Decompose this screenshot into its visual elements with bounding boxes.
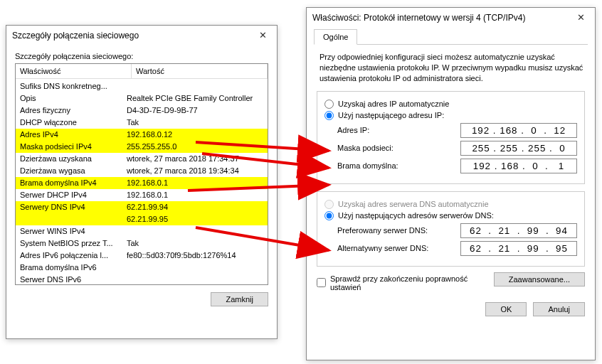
table-row[interactable]: OpisRealtek PCIe GBE Family Controller (16, 92, 268, 105)
table-row[interactable]: Adres fizycznyD4-3D-7E-D9-9B-77 (16, 105, 268, 117)
radio-ip-auto[interactable] (324, 100, 334, 109)
titlebar: Szczegóły połączenia sieciowego ✕ (6, 26, 277, 43)
details-list[interactable]: Właściwość Wartość Sufiks DNS konkretneg… (15, 63, 268, 285)
property-cell: Adres fizyczny (20, 105, 127, 117)
dns-group: Uzyskaj adres serwera DNS automatycznie … (317, 191, 585, 267)
table-row[interactable]: Adres IPv4192.168.0.12 (16, 129, 268, 141)
property-cell (20, 213, 127, 225)
table-row[interactable]: 62.21.99.95 (16, 213, 268, 225)
value-cell: 192.168.0.1 (127, 177, 263, 189)
property-cell: Serwery DNS IPv4 (20, 201, 127, 213)
titlebar: Właściwości: Protokół internetowy w wers… (307, 8, 595, 26)
validate-checkbox[interactable] (317, 278, 326, 287)
validate-label[interactable]: Sprawdź przy zakończeniu poprawność usta… (330, 274, 472, 291)
property-cell: Adres IPv4 (20, 129, 127, 141)
property-cell: Dzierżawa uzyskana (20, 153, 127, 165)
value-cell: Realtek PCIe GBE Family Controller (127, 92, 263, 105)
tabbar: Ogólne (314, 28, 588, 45)
table-row[interactable]: DHCP włączoneTak (16, 117, 268, 129)
property-cell: Serwer DHCP IPv4 (20, 189, 127, 201)
mask-label: Maska podsieci: (337, 144, 460, 152)
property-cell: Adres IPv6 połączenia l... (20, 250, 127, 262)
value-cell (127, 80, 263, 92)
ip-group: Uzyskaj adres IP automatycznie Użyj nast… (317, 91, 585, 184)
value-cell: wtorek, 27 marca 2018 19:34:34 (127, 165, 263, 177)
gateway-label: Brama domyślna: (337, 161, 460, 170)
dns2-label: Alternatywny serwer DNS: (337, 244, 460, 252)
value-cell: fe80::5d03:70f9:5bdb:1276%14 (127, 250, 263, 262)
value-cell: 192.168.0.1 (127, 189, 263, 201)
property-cell: System NetBIOS przez T... (20, 237, 127, 250)
table-row[interactable]: Serwer DNS IPv6 (16, 274, 268, 285)
table-row[interactable]: Dzierżawa uzyskanawtorek, 27 marca 2018 … (16, 153, 268, 165)
table-row[interactable]: Serwer WINS IPv4 (16, 225, 268, 237)
details-dialog: Szczegóły połączenia sieciowego ✕ Szczeg… (6, 25, 278, 339)
cancel-button[interactable]: Anuluj (533, 302, 585, 316)
ok-button[interactable]: OK (485, 302, 527, 316)
intro-text: Przy odpowiedniej konfiguracji sieci moż… (320, 52, 585, 84)
dialog-title: Szczegóły połączenia sieciowego (12, 31, 139, 41)
radio-dns-auto (324, 200, 334, 209)
dns1-label: Preferowany serwer DNS: (337, 226, 460, 235)
radio-ip-manual-label[interactable]: Użyj następującego adresu IP: (338, 111, 444, 119)
column-property[interactable]: Właściwość (16, 64, 132, 78)
property-cell: Sufiks DNS konkretneg... (20, 80, 127, 92)
property-cell: Serwer DNS IPv6 (20, 274, 127, 285)
ip-input[interactable] (460, 123, 577, 138)
dialog-title: Właściwości: Protokół internetowy w wers… (312, 13, 525, 23)
table-row[interactable]: Brama domyślna IPv4192.168.0.1 (16, 177, 268, 189)
value-cell: 255.255.255.0 (127, 141, 263, 153)
table-row[interactable]: System NetBIOS przez T...Tak (16, 237, 268, 250)
property-cell: Opis (20, 92, 127, 105)
radio-ip-auto-label[interactable]: Uzyskaj adres IP automatycznie (338, 100, 449, 108)
table-row[interactable]: Serwery DNS IPv462.21.99.94 (16, 201, 268, 213)
value-cell (127, 274, 263, 285)
close-button[interactable]: Zamknij (211, 292, 268, 306)
close-icon[interactable]: ✕ (255, 30, 271, 41)
table-row[interactable]: Dzierżawa wygasawtorek, 27 marca 2018 19… (16, 165, 268, 177)
value-cell: wtorek, 27 marca 2018 17:34:37 (127, 153, 263, 165)
property-cell: Serwer WINS IPv4 (20, 225, 127, 237)
property-cell: Dzierżawa wygasa (20, 165, 127, 177)
property-cell: Brama domyślna IPv6 (20, 262, 127, 274)
radio-ip-manual[interactable] (324, 111, 334, 120)
value-cell: 62.21.99.95 (127, 213, 263, 225)
ip-label: Adres IP: (337, 126, 460, 134)
table-row[interactable]: Maska podsieci IPv4255.255.255.0 (16, 141, 268, 153)
value-cell (127, 262, 263, 274)
table-row[interactable]: Serwer DHCP IPv4192.168.0.1 (16, 189, 268, 201)
dns1-input[interactable] (460, 223, 577, 238)
value-cell (127, 225, 263, 237)
value-cell: 62.21.99.94 (127, 201, 263, 213)
close-icon[interactable]: ✕ (573, 12, 589, 23)
mask-input[interactable] (460, 141, 577, 156)
advanced-button[interactable]: Zaawansowane... (494, 272, 585, 287)
gateway-input[interactable] (460, 159, 577, 173)
list-header: Właściwość Wartość (16, 64, 268, 79)
value-cell: 192.168.0.12 (127, 129, 263, 141)
property-cell: Brama domyślna IPv4 (20, 177, 127, 189)
table-row[interactable]: Adres IPv6 połączenia l...fe80::5d03:70f… (16, 250, 268, 262)
value-cell: D4-3D-7E-D9-9B-77 (127, 105, 263, 117)
column-value[interactable]: Wartość (132, 64, 268, 78)
radio-dns-manual-label[interactable]: Użyj następujących adresów serwerów DNS: (338, 211, 494, 220)
radio-dns-manual[interactable] (324, 211, 334, 220)
property-cell: DHCP włączone (20, 117, 127, 129)
radio-dns-auto-label: Uzyskaj adres serwera DNS automatycznie (338, 200, 489, 208)
property-cell: Maska podsieci IPv4 (20, 141, 127, 153)
details-label: Szczegóły połączenia sieciowego: (15, 52, 268, 60)
value-cell: Tak (127, 117, 263, 129)
dns2-input[interactable] (460, 241, 577, 256)
tab-general[interactable]: Ogólne (314, 29, 357, 45)
value-cell: Tak (127, 237, 263, 250)
ipv4-properties-dialog: Właściwości: Protokół internetowy w wers… (306, 7, 596, 360)
table-row[interactable]: Brama domyślna IPv6 (16, 262, 268, 274)
table-row[interactable]: Sufiks DNS konkretneg... (16, 80, 268, 92)
